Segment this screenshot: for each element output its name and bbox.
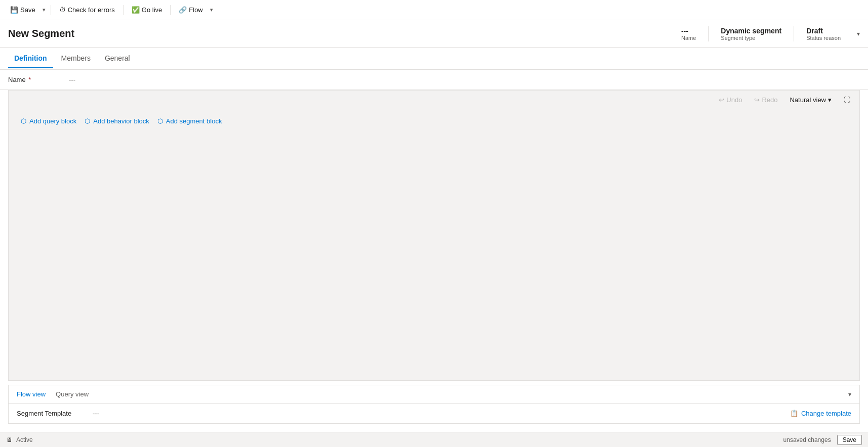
header-meta: --- Name Dynamic segment Segment type Dr… <box>681 26 860 41</box>
add-behavior-block-label: Add behavior block <box>93 117 149 125</box>
view-selector-button[interactable]: Natural view ▾ <box>787 95 835 105</box>
undo-label: Undo <box>726 96 742 104</box>
name-field-label: Name * <box>8 76 69 83</box>
add-behavior-block-button[interactable]: ⬡ Add behavior block <box>85 117 149 125</box>
segment-template-row: Segment Template --- 📋 Change template <box>9 404 859 423</box>
header-status-reason-label: Status reason <box>806 35 841 41</box>
add-segment-block-button[interactable]: ⬡ Add segment block <box>157 117 222 125</box>
header-name-meta: --- Name <box>681 27 696 41</box>
page-header: New Segment --- Name Dynamic segment Seg… <box>0 20 868 48</box>
header-status-reason-value: Draft <box>806 27 823 35</box>
header-segment-type-meta: Dynamic segment Segment type <box>721 27 781 41</box>
name-row: Name * --- <box>0 70 868 90</box>
add-query-block-icon: ⬡ <box>21 117 26 125</box>
add-query-block-button[interactable]: ⬡ Add query block <box>21 117 76 125</box>
add-query-block-label: Add query block <box>29 117 76 125</box>
save-icon: 💾 <box>10 6 18 14</box>
change-template-button[interactable]: 📋 Change template <box>790 410 851 417</box>
status-save-button[interactable]: Save <box>837 435 862 445</box>
view-chevron-icon: ▾ <box>828 96 832 104</box>
tab-general[interactable]: General <box>99 49 136 68</box>
required-star: * <box>28 76 31 83</box>
flow-view-tab[interactable]: Flow view <box>17 390 46 398</box>
expand-button[interactable]: ⛶ <box>841 95 853 105</box>
status-right: unsaved changes Save <box>783 435 862 445</box>
add-segment-block-label: Add segment block <box>166 117 222 125</box>
toolbar-separator-3 <box>170 5 171 15</box>
go-live-button[interactable]: ✅ Go live <box>128 4 166 16</box>
canvas-area: ↩ Undo ↪ Redo Natural view ▾ ⛶ ⬡ <box>8 90 860 381</box>
tab-members[interactable]: Members <box>55 49 97 68</box>
go-live-icon: ✅ <box>132 6 140 14</box>
tab-definition[interactable]: Definition <box>8 49 53 68</box>
template-value: --- <box>93 410 790 417</box>
save-dropdown-button[interactable]: ▾ <box>42 5 47 15</box>
redo-button[interactable]: ↪ Redo <box>751 95 780 105</box>
change-template-label: Change template <box>801 410 851 417</box>
save-label: Save <box>20 6 35 14</box>
add-behavior-block-icon: ⬡ <box>85 117 90 125</box>
monitor-icon: 🖥 <box>6 436 12 443</box>
toolbar-separator-1 <box>51 5 51 15</box>
status-active-label: Active <box>16 436 33 443</box>
add-segment-block-icon: ⬡ <box>157 117 163 125</box>
header-name-label: Name <box>681 35 696 41</box>
content-area: Name * --- ↩ Undo ↪ Redo Natural view ▾ <box>0 70 868 432</box>
header-segment-type-label: Segment type <box>721 35 755 41</box>
toolbar-separator-2 <box>123 5 123 15</box>
change-template-icon: 📋 <box>790 410 798 417</box>
status-left: 🖥 Active <box>6 436 33 443</box>
template-label: Segment Template <box>17 410 93 417</box>
canvas-toolbar: ↩ Undo ↪ Redo Natural view ▾ ⛶ <box>9 91 859 109</box>
header-segment-type-value: Dynamic segment <box>721 27 781 35</box>
canvas-container: ↩ Undo ↪ Redo Natural view ▾ ⛶ ⬡ <box>9 91 859 273</box>
undo-button[interactable]: ↩ Undo <box>716 95 745 105</box>
flow-button[interactable]: 🔗 Flow <box>175 4 206 16</box>
flow-label: Flow <box>189 6 202 14</box>
view-label: Natural view <box>790 96 826 104</box>
save-button[interactable]: 💾 Save <box>6 4 39 16</box>
canvas-actions: ⬡ Add query block ⬡ Add behavior block ⬡… <box>9 109 859 133</box>
go-live-label: Go live <box>142 6 162 14</box>
flow-icon: 🔗 <box>179 6 187 14</box>
redo-icon: ↪ <box>754 96 760 104</box>
flow-dropdown-button[interactable]: ▾ <box>209 5 214 15</box>
check-errors-label: Check for errors <box>68 6 115 14</box>
query-view-tab[interactable]: Query view <box>56 390 89 398</box>
undo-icon: ↩ <box>719 96 724 104</box>
bottom-header-title: Flow view Query view <box>17 390 848 398</box>
toolbar: 💾 Save ▾ ⏱ Check for errors ✅ Go live 🔗 … <box>0 0 868 20</box>
bottom-chevron-icon: ▾ <box>848 391 851 398</box>
page-title: New Segment <box>8 28 681 39</box>
header-name-value: --- <box>681 27 688 35</box>
meta-separator-2 <box>794 26 794 41</box>
header-chevron-icon[interactable]: ▾ <box>857 30 860 37</box>
expand-icon: ⛶ <box>844 96 850 104</box>
unsaved-changes-label: unsaved changes <box>783 436 831 443</box>
name-field-value: --- <box>69 76 75 83</box>
redo-label: Redo <box>762 96 777 104</box>
bottom-header[interactable]: Flow view Query view ▾ <box>9 385 859 404</box>
bottom-section: Flow view Query view ▾ Segment Template … <box>8 385 860 424</box>
check-errors-icon: ⏱ <box>59 6 66 14</box>
meta-separator-1 <box>708 26 709 41</box>
tabs-bar: Definition Members General <box>0 48 868 70</box>
header-status-reason-meta: Draft Status reason <box>806 27 841 41</box>
check-errors-button[interactable]: ⏱ Check for errors <box>55 4 119 16</box>
status-bar: 🖥 Active unsaved changes Save <box>0 432 868 447</box>
